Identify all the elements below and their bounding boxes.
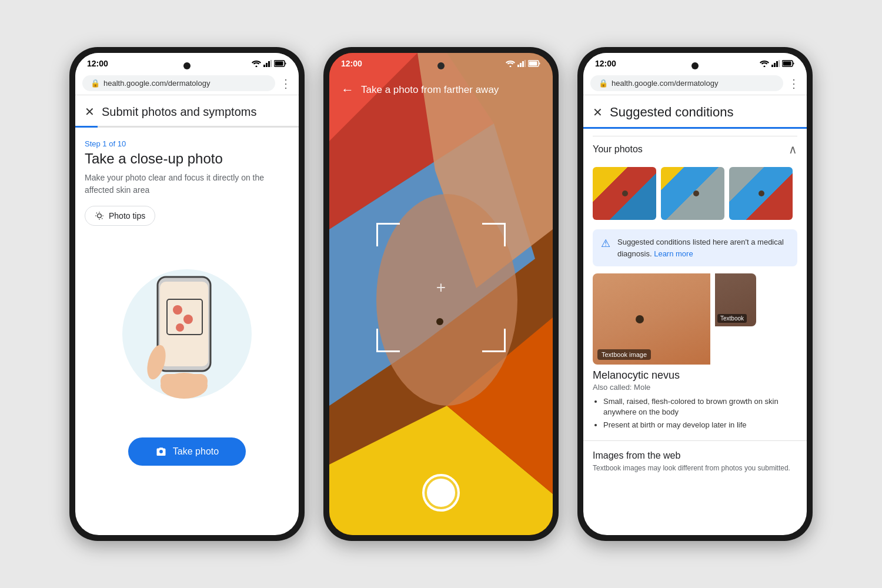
wifi-icon — [252, 60, 261, 67]
screen3-scroll[interactable]: 12:00 — [583, 53, 807, 535]
camera-instruction-text: Take a photo from farther away — [361, 84, 499, 96]
wifi-icon-3 — [760, 60, 769, 67]
status-icons-3 — [760, 60, 795, 67]
camera-screen: 12:00 — [329, 53, 553, 535]
menu-dots-3[interactable]: ⋮ — [788, 76, 800, 91]
lock-icon-3: 🔒 — [599, 79, 608, 88]
vf-corner-bl — [376, 329, 400, 352]
viewfinder: + — [376, 223, 506, 352]
url-bar-1[interactable]: 🔒 health.google.com/dermatology — [82, 75, 275, 91]
camera-icon — [155, 446, 167, 457]
illustration-area — [75, 240, 299, 428]
status-icons-1 — [252, 60, 287, 67]
vf-corner-br — [482, 329, 506, 352]
s3-page-header: ✕ Suggested conditions — [583, 95, 807, 120]
images-web-title: Images from the web — [593, 450, 797, 461]
photo-tips-button[interactable]: Photo tips — [85, 206, 155, 226]
condition-card-1[interactable]: Textbook image Textbook Melanocytic nevu… — [593, 273, 797, 431]
url-text-3: health.google.com/dermatology — [612, 79, 718, 88]
take-photo-button[interactable]: Take photo — [128, 437, 246, 466]
svg-rect-44 — [783, 62, 791, 66]
svg-rect-3 — [268, 61, 270, 67]
photos-header[interactable]: Your photos ∧ — [593, 136, 797, 162]
svg-rect-21 — [161, 374, 208, 389]
camera-dot-3 — [691, 62, 699, 69]
condition1-name: Melanocytic nevus — [593, 369, 797, 382]
photos-label: Your photos — [593, 144, 643, 155]
battery-icon — [274, 60, 287, 67]
step-description: Make your photo clear and focus it direc… — [75, 172, 299, 206]
svg-rect-6 — [275, 62, 283, 66]
svg-rect-1 — [263, 65, 265, 67]
images-web-desc: Textbook images may look different from … — [593, 463, 797, 473]
photo-thumb-1[interactable] — [593, 167, 656, 220]
browser-bar-3: 🔒 health.google.com/dermatology ⋮ — [583, 72, 807, 95]
page-title-1: Submit photos and symptoms — [102, 105, 256, 119]
browser-bar-1: 🔒 health.google.com/dermatology ⋮ — [75, 72, 299, 95]
textbook-badge-2: Textbook — [717, 314, 747, 323]
condition-image-1: Textbook image — [593, 273, 710, 365]
svg-rect-2 — [266, 63, 268, 67]
page-header-1: ✕ Submit photos and symptoms — [75, 95, 299, 119]
images-from-web: Images from the web Textbook images may … — [583, 440, 807, 476]
svg-rect-41 — [776, 61, 778, 67]
vf-corner-tr — [482, 223, 506, 246]
condition-info-1: Textbook — [715, 273, 797, 365]
textbook-badge-1: Textbook image — [597, 349, 651, 360]
learn-more-link[interactable]: Learn more — [654, 249, 693, 258]
condition-mole-1 — [636, 315, 644, 323]
hand-illustration — [140, 265, 234, 400]
svg-point-19 — [176, 323, 184, 332]
camera-dot-1 — [183, 62, 191, 69]
step-label: Step 1 of 10 — [75, 128, 299, 151]
condition1-bullets: Small, raised, flesh-colored to brown gr… — [593, 396, 797, 431]
illus-phone-wrap — [140, 265, 234, 403]
condition1-bullet1: Small, raised, flesh-colored to brown gr… — [603, 396, 797, 417]
shutter-inner — [427, 479, 455, 507]
svg-line-11 — [102, 218, 102, 219]
bulb-icon — [95, 211, 104, 220]
vf-crosshair: + — [436, 278, 446, 297]
conditions-list: Textbook image Textbook Melanocytic nevu… — [583, 273, 807, 431]
warning-icon: ⚠ — [601, 237, 610, 250]
s3-page-title: Suggested conditions — [610, 105, 733, 120]
svg-point-17 — [173, 305, 182, 315]
svg-rect-39 — [771, 65, 773, 67]
shutter-button[interactable] — [422, 474, 460, 512]
close-button-3[interactable]: ✕ — [593, 105, 603, 119]
battery-icon-3 — [782, 60, 795, 67]
camera-instruction-bar: ← Take a photo from farther away — [329, 53, 553, 105]
svg-point-0 — [256, 66, 258, 68]
menu-dots-1[interactable]: ⋮ — [280, 76, 292, 91]
svg-point-38 — [764, 66, 766, 68]
signal-icon-3 — [771, 60, 780, 67]
chevron-up-icon: ∧ — [789, 142, 797, 156]
disclaimer-text: Suggested conditions listed here aren't … — [617, 236, 789, 259]
photo-thumb-2[interactable] — [661, 167, 724, 220]
your-photos-section: Your photos ∧ — [583, 129, 807, 227]
svg-rect-40 — [774, 63, 776, 67]
phone-3: 12:00 — [577, 47, 813, 541]
photo-thumb-3[interactable] — [729, 167, 793, 220]
take-photo-label: Take photo — [173, 446, 219, 457]
signal-icon — [263, 60, 272, 67]
lock-icon-1: 🔒 — [91, 79, 100, 88]
photo-tips-label: Photo tips — [109, 211, 145, 220]
status-time-1: 12:00 — [87, 59, 108, 68]
status-time-3: 12:00 — [595, 59, 616, 68]
url-bar-3[interactable]: 🔒 health.google.com/dermatology — [590, 75, 783, 91]
close-button-1[interactable]: ✕ — [85, 105, 95, 119]
condition1-also: Also called: Mole — [593, 383, 797, 392]
disclaimer-box: ⚠ Suggested conditions listed here aren'… — [593, 229, 797, 266]
condition1-bullet2: Present at birth or may develop later in… — [603, 420, 797, 430]
svg-rect-42 — [779, 60, 780, 67]
back-arrow-cam[interactable]: ← — [341, 82, 354, 98]
phone-1: 12:00 — [69, 47, 305, 541]
vf-corner-tl — [376, 223, 400, 246]
svg-point-7 — [98, 214, 102, 218]
step-title: Take a close-up photo — [75, 151, 299, 172]
photos-row — [593, 167, 797, 220]
svg-point-18 — [183, 315, 193, 324]
svg-line-10 — [96, 213, 97, 213]
step-content: Step 1 of 10 Take a close-up photo Make … — [75, 128, 299, 466]
